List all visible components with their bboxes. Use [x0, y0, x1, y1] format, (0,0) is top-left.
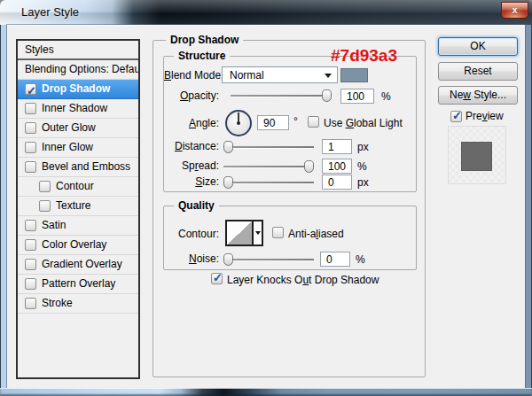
sidebar-item-label: Contour [56, 177, 94, 196]
drop-shadow-checkbox[interactable] [25, 83, 36, 95]
satin-checkbox[interactable] [25, 220, 36, 231]
window-bottom-frame [0, 388, 532, 396]
size-label: Size: [164, 175, 219, 188]
sidebar-item-inner-shadow[interactable]: Inner Shadow [18, 99, 138, 119]
sidebar-item-color-overlay[interactable]: Color Overlay [18, 236, 138, 255]
preview-checkbox[interactable] [450, 111, 462, 122]
sidebar-item-label: Color Overlay [42, 236, 106, 254]
sidebar-item-inner-glow[interactable]: Inner Glow [18, 138, 138, 158]
sidebar-item-label: Drop Shadow [42, 80, 110, 98]
sidebar-item-label: Inner Shadow [42, 99, 107, 118]
noise-unit: % [356, 253, 365, 266]
contour-thumbnail[interactable] [227, 221, 252, 245]
use-global-light-checkbox[interactable] [308, 116, 319, 128]
angle-dial[interactable] [225, 110, 252, 136]
opacity-label: Opacity: [164, 89, 219, 102]
opacity-input[interactable] [340, 89, 374, 104]
blend-mode-label: Blend Mode: [164, 69, 219, 82]
panel-title: Drop Shadow [166, 34, 243, 46]
opacity-slider-thumb[interactable] [322, 89, 332, 102]
contour-picker[interactable] [225, 220, 263, 246]
window-title: Layer Style [21, 5, 79, 19]
angle-input[interactable] [257, 115, 289, 130]
distance-slider-thumb[interactable] [223, 141, 233, 153]
distance-unit: px [357, 141, 369, 153]
size-slider-thumb[interactable] [223, 176, 233, 189]
sidebar-item-label: Blending Options: Default [25, 60, 140, 79]
close-icon[interactable]: x [501, 2, 528, 19]
stroke-checkbox[interactable] [25, 298, 36, 309]
title-bar[interactable]: Layer Style x [0, 0, 532, 25]
layer-style-dialog: Layer Style x Styles Blending Options: D… [0, 0, 532, 396]
sidebar-item-label: Texture [56, 197, 90, 215]
size-slider[interactable] [223, 182, 314, 183]
sidebar-item-drop-shadow[interactable]: Drop Shadow [18, 80, 138, 99]
anti-aliased-label: Anti-aliased [288, 228, 344, 240]
reset-button[interactable]: Reset [438, 62, 518, 81]
contour-dropdown-arrow[interactable] [252, 221, 262, 245]
spread-slider-thumb[interactable] [304, 160, 314, 173]
sidebar-item-stroke[interactable]: Stroke [18, 294, 138, 314]
blend-mode-value: Normal [230, 69, 264, 82]
dialog-client-area: Styles Blending Options: Default Drop Sh… [7, 25, 525, 389]
noise-label: Noise: [164, 252, 219, 265]
layer-knockout-label: Layer Knocks Out Drop Shadow [227, 274, 379, 286]
distance-input[interactable] [322, 139, 352, 154]
sidebar-item-label: Outer Glow [42, 119, 96, 137]
sidebar-item-pattern-overlay[interactable]: Pattern Overlay [18, 275, 138, 294]
angle-dial-center [237, 121, 240, 125]
quality-title: Quality [174, 199, 219, 212]
bevel-emboss-checkbox[interactable] [25, 161, 36, 173]
noise-slider[interactable] [223, 259, 314, 260]
distance-slider[interactable] [223, 146, 314, 148]
texture-checkbox[interactable] [39, 200, 51, 212]
ok-button[interactable]: OK [438, 37, 518, 56]
sidebar-item-label: Bevel and Emboss [42, 158, 130, 176]
sidebar-item-styles[interactable]: Styles [18, 41, 138, 60]
anti-aliased-checkbox[interactable] [272, 227, 284, 238]
outer-glow-checkbox[interactable] [25, 122, 36, 134]
sidebar-item-label: Stroke [42, 294, 73, 313]
new-style-button[interactable]: New Style... [438, 86, 518, 105]
sidebar-item-label: Satin [42, 216, 66, 235]
sidebar-item-gradient-overlay[interactable]: Gradient Overlay [18, 255, 138, 275]
inner-glow-checkbox[interactable] [25, 142, 36, 153]
structure-group: Structure Blend Mode: Normal Opacity: % … [163, 56, 417, 192]
spread-label: Spread: [164, 159, 219, 172]
quality-group: Quality Contour: Anti-aliased Noise: % [163, 206, 417, 270]
sidebar-item-contour[interactable]: Contour [18, 177, 138, 197]
spread-slider[interactable] [223, 166, 314, 167]
sidebar-item-label: Gradient Overlay [42, 255, 122, 274]
preview-toggle[interactable]: Preview [450, 110, 504, 122]
sidebar-item-satin[interactable]: Satin [18, 216, 138, 236]
noise-slider-thumb[interactable] [223, 253, 233, 266]
inner-shadow-checkbox[interactable] [25, 103, 36, 114]
size-input[interactable] [322, 175, 352, 190]
opacity-slider[interactable] [231, 95, 332, 97]
spread-input[interactable] [322, 159, 352, 174]
shadow-color-swatch[interactable] [340, 68, 368, 82]
opacity-unit: % [381, 90, 391, 103]
use-global-light-label: Use Global Light [324, 117, 403, 129]
chevron-down-icon [255, 231, 261, 235]
drop-shadow-panel: Drop Shadow Structure Blend Mode: Normal… [153, 40, 426, 377]
preview-label: Preview [466, 110, 504, 122]
sidebar-item-blending-options[interactable]: Blending Options: Default [18, 60, 138, 80]
color-hex-annotation: #7d93a3 [331, 46, 397, 66]
sidebar-item-label: Styles [25, 41, 54, 59]
structure-title: Structure [174, 50, 230, 62]
angle-label: Angle: [164, 117, 219, 129]
styles-list: Styles Blending Options: Default Drop Sh… [16, 39, 140, 379]
pattern-overlay-checkbox[interactable] [25, 278, 36, 290]
sidebar-item-bevel-and-emboss[interactable]: Bevel and Emboss [18, 158, 138, 177]
style-preview-thumbnail [448, 126, 506, 184]
sidebar-item-texture[interactable]: Texture [18, 197, 138, 216]
blend-mode-dropdown[interactable]: Normal [222, 66, 338, 83]
sidebar-item-label: Inner Glow [42, 138, 93, 157]
color-overlay-checkbox[interactable] [25, 239, 36, 251]
gradient-overlay-checkbox[interactable] [25, 259, 36, 270]
noise-input[interactable] [320, 252, 350, 267]
contour-checkbox[interactable] [39, 181, 51, 192]
sidebar-item-outer-glow[interactable]: Outer Glow [18, 119, 138, 138]
layer-knockout-checkbox[interactable] [211, 273, 223, 284]
